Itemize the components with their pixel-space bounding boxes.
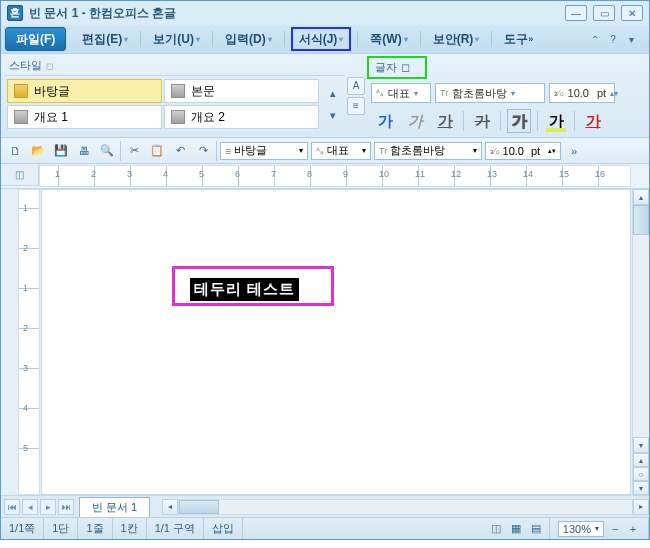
copy-button[interactable]: 📋 xyxy=(147,141,167,161)
style-item-default[interactable]: 바탕글 xyxy=(7,79,162,103)
scroll-thumb[interactable] xyxy=(633,205,649,235)
statusbar: 1/1쪽 1단 1줄 1칸 1/1 구역 삽입 ◫▦▤ 130%▾ − + xyxy=(1,517,649,539)
view-mode3-button[interactable]: ▤ xyxy=(526,519,546,539)
status-mode[interactable]: 삽입 xyxy=(204,518,243,539)
tab-first-button[interactable]: ⏮ xyxy=(4,499,20,515)
expand-icon[interactable]: ◻ xyxy=(401,61,410,74)
page-menu[interactable]: 쪽(W)▾ xyxy=(364,27,413,51)
character-panel-title: 글자 ◻ xyxy=(367,56,427,79)
styles-panel: 스타일 ◻ 바탕글 본문 개요 1 개요 2 ▴ ▾ xyxy=(5,56,345,135)
document-canvas[interactable]: 테두리 테스트 xyxy=(41,189,632,495)
scroll-left-button[interactable]: ◂ xyxy=(162,499,178,515)
view-mode1-button[interactable]: ◫ xyxy=(486,519,506,539)
scroll-right-button[interactable]: ▸ xyxy=(633,499,649,515)
highlight-button[interactable]: 가 xyxy=(544,109,568,133)
font-name-combo[interactable]: Tr함초롬바탕▾ xyxy=(435,83,545,103)
style-scroll-up-button[interactable]: ▴ xyxy=(323,83,343,103)
italic-button[interactable]: 가 xyxy=(403,109,427,133)
fontcolor-button[interactable]: 가 xyxy=(581,109,605,133)
zoom-out-button[interactable]: − xyxy=(608,519,622,539)
minimize-button[interactable]: — xyxy=(565,5,587,21)
horizontal-ruler[interactable]: 12345678910111213141516 xyxy=(39,165,631,187)
font-repr-combo[interactable]: ᴬₐ대표▾ xyxy=(371,83,431,103)
standard-toolbar: 🗋 📂 💾 🖶 🔍 ✂ 📋 ↶ ↷ ≡바탕글▾ ᴬₐ대표▾ Tr함초롬바탕▾ ₃… xyxy=(1,138,649,164)
open-button[interactable]: 📂 xyxy=(28,141,48,161)
help-drop-icon[interactable]: ▾ xyxy=(623,31,639,47)
next-page-button[interactable]: ▾ xyxy=(633,481,649,495)
vertical-ruler[interactable]: 1212345 xyxy=(18,189,40,495)
preview-button[interactable]: 🔍 xyxy=(97,141,117,161)
collapse-ribbon-button[interactable]: ⌃ xyxy=(587,31,603,47)
cut-button[interactable]: ✂ xyxy=(124,141,144,161)
close-button[interactable]: ✕ xyxy=(621,5,643,21)
print-button[interactable]: 🖶 xyxy=(74,141,94,161)
scroll-up-button[interactable]: ▴ xyxy=(633,189,649,205)
format-menu[interactable]: 서식(J)▾ xyxy=(291,27,352,51)
save-button[interactable]: 💾 xyxy=(51,141,71,161)
scroll-down-button[interactable]: ▾ xyxy=(633,437,649,453)
size-combo[interactable]: ₃⁄₀10.0pt▴▾ xyxy=(485,142,561,160)
separator xyxy=(537,111,538,131)
edit-menu[interactable]: 편집(E)▾ xyxy=(76,27,134,51)
new-button[interactable]: 🗋 xyxy=(5,141,25,161)
zoom-combo[interactable]: 130%▾ xyxy=(558,521,604,537)
tab-prev-button[interactable]: ◂ xyxy=(22,499,38,515)
strike-button[interactable]: 가 xyxy=(470,109,494,133)
repr-combo[interactable]: ᴬₐ대표▾ xyxy=(311,142,371,160)
hscroll-track[interactable] xyxy=(178,499,633,515)
file-menu[interactable]: 파일(F) xyxy=(5,27,66,51)
style-label: 개요 1 xyxy=(34,109,68,126)
expand-icon[interactable]: ◻ xyxy=(46,61,53,71)
ruler-corner[interactable]: ◫ xyxy=(1,164,39,186)
tab-next-button[interactable]: ▸ xyxy=(40,499,56,515)
menubar: 파일(F) 편집(E)▾ 보기(U)▾ 입력(D)▾ 서식(J)▾ 쪽(W)▾ … xyxy=(1,25,649,53)
icon-label: 가 xyxy=(549,112,564,131)
style-item-outline2[interactable]: 개요 2 xyxy=(164,105,319,129)
help-button[interactable]: ? xyxy=(605,31,621,47)
chevron-down-icon: ▾ xyxy=(473,146,477,155)
undo-button[interactable]: ↶ xyxy=(170,141,190,161)
view-mode2-button[interactable]: ▦ xyxy=(506,519,526,539)
chevron-down-icon: ▾ xyxy=(511,89,515,98)
style-item-body[interactable]: 본문 xyxy=(164,79,319,103)
browse-object-button[interactable]: ○ xyxy=(633,467,649,481)
font-combo[interactable]: Tr함초롬바탕▾ xyxy=(374,142,482,160)
document-tab[interactable]: 빈 문서 1 xyxy=(79,497,150,517)
chevron-down-icon: ▾ xyxy=(595,524,599,533)
outline-button[interactable]: 가 xyxy=(507,109,531,133)
hscroll-thumb[interactable] xyxy=(179,500,219,514)
menu-separator xyxy=(140,31,141,47)
underline-button[interactable]: 가 xyxy=(433,109,457,133)
redo-button[interactable]: ↷ xyxy=(193,141,213,161)
maximize-button[interactable]: ▭ xyxy=(593,5,615,21)
security-menu[interactable]: 보안(R)▾ xyxy=(427,27,486,51)
font-size-combo[interactable]: ₃⁄₀10.0pt▴▾ xyxy=(549,83,615,103)
status-line: 1줄 xyxy=(78,518,112,539)
scroll-track[interactable] xyxy=(633,205,649,437)
page[interactable]: 테두리 테스트 xyxy=(41,189,631,495)
toolbar-overflow-button[interactable]: » xyxy=(564,141,584,161)
view-menu[interactable]: 보기(U)▾ xyxy=(147,27,206,51)
style-scroll-down-button[interactable]: ▾ xyxy=(323,105,343,125)
selected-text[interactable]: 테두리 테스트 xyxy=(190,278,299,301)
panel-title-label: 스타일 xyxy=(9,58,42,73)
bold-button[interactable]: 가 xyxy=(373,109,397,133)
para-style-icon[interactable]: ≡ xyxy=(347,97,365,115)
paragraph-mini-panel: A ≡ xyxy=(345,56,367,135)
security-menu-label: 보안(R) xyxy=(433,31,474,48)
style-swatch-icon xyxy=(14,110,28,124)
style-combo[interactable]: ≡바탕글▾ xyxy=(220,142,308,160)
style-item-outline1[interactable]: 개요 1 xyxy=(7,105,162,129)
combo-value: 함초롬바탕 xyxy=(390,143,445,158)
tools-menu[interactable]: 도구» xyxy=(498,27,539,51)
menu-drop-icon: ▾ xyxy=(124,35,128,44)
menu-drop-icon: ▾ xyxy=(268,35,272,44)
input-menu[interactable]: 입력(D)▾ xyxy=(219,27,278,51)
menu-separator xyxy=(212,31,213,47)
tab-last-button[interactable]: ⏭ xyxy=(58,499,74,515)
style-swatch-icon xyxy=(171,84,185,98)
char-style-icon[interactable]: A xyxy=(347,77,365,95)
style-label: 개요 2 xyxy=(191,109,225,126)
prev-page-button[interactable]: ▴ xyxy=(633,453,649,467)
zoom-in-button[interactable]: + xyxy=(626,519,640,539)
